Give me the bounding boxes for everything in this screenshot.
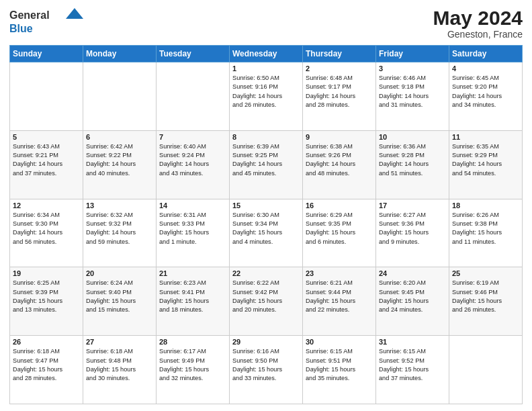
- col-header-wednesday: Wednesday: [230, 46, 303, 62]
- cell-content: Sunrise: 6:29 AM Sunset: 9:35 PM Dayligh…: [306, 211, 373, 246]
- calendar-week-row: 19Sunrise: 6:25 AM Sunset: 9:39 PM Dayli…: [10, 267, 523, 336]
- header: General Blue May 2024 Geneston, France: [9, 7, 523, 40]
- cell-content: Sunrise: 6:34 AM Sunset: 9:30 PM Dayligh…: [13, 211, 80, 246]
- cell-content: Sunrise: 6:15 AM Sunset: 9:52 PM Dayligh…: [379, 347, 446, 383]
- logo: General Blue: [9, 7, 83, 36]
- day-number: 16: [306, 201, 373, 210]
- calendar-cell: 2Sunrise: 6:48 AM Sunset: 9:17 PM Daylig…: [303, 62, 376, 131]
- calendar-cell: [449, 336, 523, 404]
- calendar-cell: 4Sunrise: 6:45 AM Sunset: 9:20 PM Daylig…: [449, 62, 523, 131]
- calendar-cell: 9Sunrise: 6:38 AM Sunset: 9:26 PM Daylig…: [303, 130, 376, 199]
- calendar-cell: 28Sunrise: 6:17 AM Sunset: 9:49 PM Dayli…: [157, 336, 230, 404]
- col-header-sunday: Sunday: [10, 46, 83, 62]
- day-number: 31: [379, 338, 446, 346]
- day-number: 9: [306, 133, 373, 141]
- calendar-cell: 27Sunrise: 6:18 AM Sunset: 9:48 PM Dayli…: [83, 336, 157, 404]
- calendar-cell: 3Sunrise: 6:46 AM Sunset: 9:18 PM Daylig…: [376, 62, 449, 131]
- col-header-saturday: Saturday: [449, 46, 523, 62]
- calendar-cell: 18Sunrise: 6:26 AM Sunset: 9:38 PM Dayli…: [449, 199, 523, 267]
- calendar-cell: [10, 62, 83, 131]
- calendar-cell: 25Sunrise: 6:19 AM Sunset: 9:46 PM Dayli…: [449, 267, 523, 336]
- day-number: 18: [452, 201, 519, 210]
- day-number: 5: [13, 133, 80, 141]
- cell-content: Sunrise: 6:22 AM Sunset: 9:42 PM Dayligh…: [232, 279, 300, 314]
- calendar-cell: 8Sunrise: 6:39 AM Sunset: 9:25 PM Daylig…: [230, 130, 303, 199]
- calendar-week-row: 1Sunrise: 6:50 AM Sunset: 9:16 PM Daylig…: [10, 62, 523, 131]
- cell-content: Sunrise: 6:46 AM Sunset: 9:18 PM Dayligh…: [379, 74, 446, 109]
- calendar-cell: 6Sunrise: 6:42 AM Sunset: 9:22 PM Daylig…: [83, 130, 157, 199]
- day-number: 4: [452, 64, 519, 73]
- day-number: 24: [379, 269, 446, 277]
- cell-content: Sunrise: 6:48 AM Sunset: 9:17 PM Dayligh…: [306, 74, 373, 109]
- cell-content: Sunrise: 6:15 AM Sunset: 9:51 PM Dayligh…: [306, 347, 373, 383]
- day-number: 8: [232, 133, 300, 141]
- cell-content: Sunrise: 6:32 AM Sunset: 9:32 PM Dayligh…: [86, 211, 153, 246]
- title-block: May 2024 Geneston, France: [433, 7, 523, 40]
- cell-content: Sunrise: 6:27 AM Sunset: 9:36 PM Dayligh…: [379, 211, 446, 246]
- calendar-cell: 23Sunrise: 6:21 AM Sunset: 9:44 PM Dayli…: [303, 267, 376, 336]
- calendar-cell: 29Sunrise: 6:16 AM Sunset: 9:50 PM Dayli…: [230, 336, 303, 404]
- day-number: 3: [379, 64, 446, 73]
- calendar-cell: 31Sunrise: 6:15 AM Sunset: 9:52 PM Dayli…: [376, 336, 449, 404]
- calendar-cell: 22Sunrise: 6:22 AM Sunset: 9:42 PM Dayli…: [230, 267, 303, 336]
- calendar-cell: [157, 62, 230, 131]
- calendar-week-row: 26Sunrise: 6:18 AM Sunset: 9:47 PM Dayli…: [10, 336, 523, 404]
- calendar-cell: 7Sunrise: 6:40 AM Sunset: 9:24 PM Daylig…: [157, 130, 230, 199]
- svg-text:Blue: Blue: [9, 23, 33, 34]
- cell-content: Sunrise: 6:45 AM Sunset: 9:20 PM Dayligh…: [452, 74, 519, 109]
- calendar-cell: 14Sunrise: 6:31 AM Sunset: 9:33 PM Dayli…: [157, 199, 230, 267]
- day-number: 25: [452, 269, 519, 277]
- cell-content: Sunrise: 6:36 AM Sunset: 9:28 PM Dayligh…: [379, 142, 446, 178]
- calendar-week-row: 5Sunrise: 6:43 AM Sunset: 9:21 PM Daylig…: [10, 130, 523, 199]
- cell-content: Sunrise: 6:42 AM Sunset: 9:22 PM Dayligh…: [86, 142, 153, 178]
- cell-content: Sunrise: 6:16 AM Sunset: 9:50 PM Dayligh…: [232, 347, 300, 383]
- day-number: 27: [86, 338, 153, 346]
- month-year: May 2024: [433, 7, 523, 29]
- generalblue-logo-icon: General Blue: [9, 7, 83, 36]
- day-number: 13: [86, 201, 153, 210]
- day-number: 7: [159, 133, 226, 141]
- day-number: 10: [379, 133, 446, 141]
- day-number: 28: [159, 338, 226, 346]
- day-number: 1: [232, 64, 300, 73]
- cell-content: Sunrise: 6:43 AM Sunset: 9:21 PM Dayligh…: [13, 142, 80, 178]
- calendar-cell: 17Sunrise: 6:27 AM Sunset: 9:36 PM Dayli…: [376, 199, 449, 267]
- cell-content: Sunrise: 6:20 AM Sunset: 9:45 PM Dayligh…: [379, 279, 446, 314]
- calendar-table: SundayMondayTuesdayWednesdayThursdayFrid…: [9, 45, 523, 404]
- day-number: 23: [306, 269, 373, 277]
- calendar-cell: 20Sunrise: 6:24 AM Sunset: 9:40 PM Dayli…: [83, 267, 157, 336]
- calendar-cell: 30Sunrise: 6:15 AM Sunset: 9:51 PM Dayli…: [303, 336, 376, 404]
- day-number: 14: [159, 201, 226, 210]
- calendar-cell: 26Sunrise: 6:18 AM Sunset: 9:47 PM Dayli…: [10, 336, 83, 404]
- day-number: 20: [86, 269, 153, 277]
- day-number: 15: [232, 201, 300, 210]
- calendar-cell: [83, 62, 157, 131]
- calendar-cell: 16Sunrise: 6:29 AM Sunset: 9:35 PM Dayli…: [303, 199, 376, 267]
- day-number: 12: [13, 201, 80, 210]
- calendar-header-row: SundayMondayTuesdayWednesdayThursdayFrid…: [10, 46, 523, 62]
- page: General Blue May 2024 Geneston, France S…: [0, 0, 532, 411]
- calendar-cell: 24Sunrise: 6:20 AM Sunset: 9:45 PM Dayli…: [376, 267, 449, 336]
- cell-content: Sunrise: 6:19 AM Sunset: 9:46 PM Dayligh…: [452, 279, 519, 314]
- col-header-tuesday: Tuesday: [157, 46, 230, 62]
- col-header-thursday: Thursday: [303, 46, 376, 62]
- cell-content: Sunrise: 6:26 AM Sunset: 9:38 PM Dayligh…: [452, 211, 519, 246]
- day-number: 30: [306, 338, 373, 346]
- cell-content: Sunrise: 6:24 AM Sunset: 9:40 PM Dayligh…: [86, 279, 153, 314]
- calendar-cell: 1Sunrise: 6:50 AM Sunset: 9:16 PM Daylig…: [230, 62, 303, 131]
- day-number: 21: [159, 269, 226, 277]
- day-number: 6: [86, 133, 153, 141]
- cell-content: Sunrise: 6:50 AM Sunset: 9:16 PM Dayligh…: [232, 74, 300, 109]
- svg-text:General: General: [9, 9, 50, 21]
- calendar-cell: 15Sunrise: 6:30 AM Sunset: 9:34 PM Dayli…: [230, 199, 303, 267]
- cell-content: Sunrise: 6:40 AM Sunset: 9:24 PM Dayligh…: [159, 142, 226, 178]
- cell-content: Sunrise: 6:31 AM Sunset: 9:33 PM Dayligh…: [159, 211, 226, 246]
- calendar-cell: 11Sunrise: 6:35 AM Sunset: 9:29 PM Dayli…: [449, 130, 523, 199]
- calendar-week-row: 12Sunrise: 6:34 AM Sunset: 9:30 PM Dayli…: [10, 199, 523, 267]
- calendar-cell: 12Sunrise: 6:34 AM Sunset: 9:30 PM Dayli…: [10, 199, 83, 267]
- svg-marker-1: [66, 8, 83, 19]
- day-number: 19: [13, 269, 80, 277]
- day-number: 29: [232, 338, 300, 346]
- col-header-monday: Monday: [83, 46, 157, 62]
- calendar-cell: 10Sunrise: 6:36 AM Sunset: 9:28 PM Dayli…: [376, 130, 449, 199]
